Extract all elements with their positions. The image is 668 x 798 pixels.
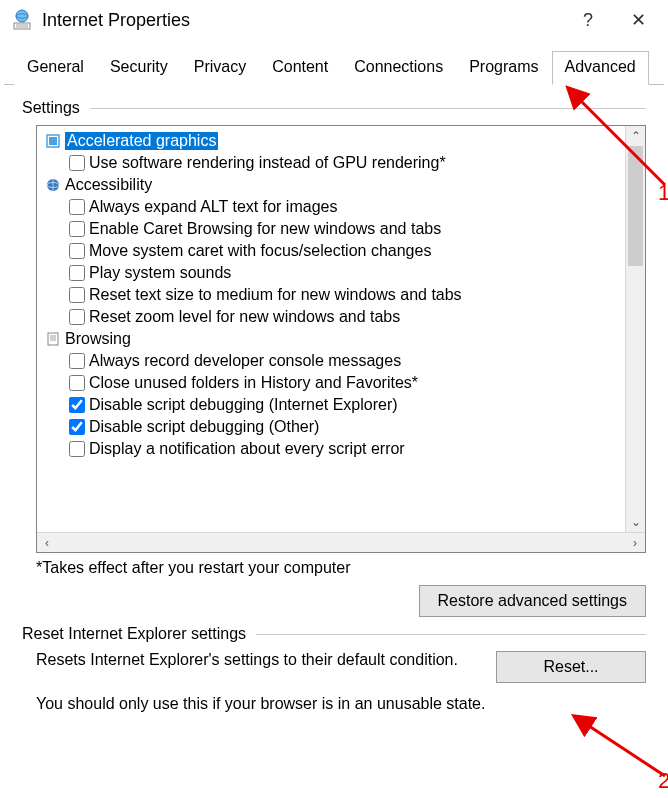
settings-group-header: Settings xyxy=(22,99,646,117)
tree-item[interactable]: Always expand ALT text for images xyxy=(41,196,621,218)
tree-item[interactable]: Close unused folders in History and Favo… xyxy=(41,372,621,394)
tree-item-label: Disable script debugging (Internet Explo… xyxy=(89,396,398,414)
settings-tree-content: Accelerated graphicsUse software renderi… xyxy=(37,126,625,532)
scroll-thumb[interactable] xyxy=(628,146,643,266)
tree-group-label: Browsing xyxy=(65,330,131,348)
tree-item-label: Play system sounds xyxy=(89,264,231,282)
tree-item-label: Close unused folders in History and Favo… xyxy=(89,374,418,392)
reset-group-header: Reset Internet Explorer settings xyxy=(22,625,646,643)
tab-general[interactable]: General xyxy=(14,51,97,85)
window-title: Internet Properties xyxy=(42,10,568,31)
help-button[interactable]: ? xyxy=(568,10,608,31)
tree-item[interactable]: Use software rendering instead of GPU re… xyxy=(41,152,621,174)
square-icon xyxy=(45,133,61,149)
tree-item[interactable]: Disable script debugging (Other) xyxy=(41,416,621,438)
advanced-panel: Settings Accelerated graphicsUse softwar… xyxy=(0,85,668,723)
tree-item-checkbox[interactable] xyxy=(69,375,85,391)
divider xyxy=(256,634,646,635)
tree-group[interactable]: Accelerated graphics xyxy=(41,130,621,152)
close-button[interactable]: ✕ xyxy=(618,9,658,31)
scroll-track[interactable] xyxy=(626,146,645,512)
restart-note: *Takes effect after you restart your com… xyxy=(36,559,646,577)
tree-item[interactable]: Enable Caret Browsing for new windows an… xyxy=(41,218,621,240)
globe-icon xyxy=(45,177,61,193)
titlebar: Internet Properties ? ✕ xyxy=(0,0,668,44)
tab-connections[interactable]: Connections xyxy=(341,51,456,85)
scroll-down-arrow[interactable]: ⌄ xyxy=(626,512,645,532)
tree-group-label: Accelerated graphics xyxy=(65,132,218,150)
tree-item-checkbox[interactable] xyxy=(69,287,85,303)
reset-warning: You should only use this if your browser… xyxy=(36,695,646,713)
page-icon xyxy=(45,331,61,347)
reset-description: Resets Internet Explorer's settings to t… xyxy=(36,651,496,669)
tree-item-checkbox[interactable] xyxy=(69,221,85,237)
svg-line-15 xyxy=(586,724,665,776)
tree-item[interactable]: Move system caret with focus/selection c… xyxy=(41,240,621,262)
annotation-label-1: 1 xyxy=(658,180,668,206)
tree-item-checkbox[interactable] xyxy=(69,353,85,369)
tree-group[interactable]: Browsing xyxy=(41,328,621,350)
horizontal-scrollbar[interactable]: ‹ › xyxy=(37,532,645,552)
tab-privacy[interactable]: Privacy xyxy=(181,51,259,85)
scroll-left-arrow[interactable]: ‹ xyxy=(37,533,57,552)
tree-item-checkbox[interactable] xyxy=(69,309,85,325)
tree-item[interactable]: Play system sounds xyxy=(41,262,621,284)
tab-programs[interactable]: Programs xyxy=(456,51,551,85)
tree-item-checkbox[interactable] xyxy=(69,419,85,435)
svg-point-0 xyxy=(16,10,28,22)
reset-row: Resets Internet Explorer's settings to t… xyxy=(36,651,646,683)
vertical-scrollbar[interactable]: ⌃ ⌄ xyxy=(625,126,645,532)
tree-item[interactable]: Disable script debugging (Internet Explo… xyxy=(41,394,621,416)
tab-strip: GeneralSecurityPrivacyContentConnections… xyxy=(4,50,664,85)
tree-item-checkbox[interactable] xyxy=(69,155,85,171)
annotation-label-2: 2 xyxy=(658,768,668,794)
scroll-track-h[interactable] xyxy=(57,533,625,552)
reset-group-title: Reset Internet Explorer settings xyxy=(22,625,246,643)
tree-item-label: Enable Caret Browsing for new windows an… xyxy=(89,220,441,238)
tree-item-label: Always record developer console messages xyxy=(89,352,401,370)
tree-item-checkbox[interactable] xyxy=(69,265,85,281)
tree-item-label: Use software rendering instead of GPU re… xyxy=(89,154,446,172)
tree-item-label: Reset zoom level for new windows and tab… xyxy=(89,308,400,326)
svg-rect-2 xyxy=(14,23,30,29)
tree-item-label: Reset text size to medium for new window… xyxy=(89,286,462,304)
scroll-right-arrow[interactable]: › xyxy=(625,533,645,552)
tab-content[interactable]: Content xyxy=(259,51,341,85)
scroll-up-arrow[interactable]: ⌃ xyxy=(626,126,645,146)
tab-advanced[interactable]: Advanced xyxy=(552,51,649,85)
settings-tree: Accelerated graphicsUse software renderi… xyxy=(36,125,646,553)
tree-item-checkbox[interactable] xyxy=(69,397,85,413)
tree-item-checkbox[interactable] xyxy=(69,199,85,215)
tree-group[interactable]: Accessibility xyxy=(41,174,621,196)
tree-item-label: Display a notification about every scrip… xyxy=(89,440,405,458)
reset-button[interactable]: Reset... xyxy=(496,651,646,683)
restore-advanced-button[interactable]: Restore advanced settings xyxy=(419,585,646,617)
tree-item[interactable]: Always record developer console messages xyxy=(41,350,621,372)
tree-item[interactable]: Display a notification about every scrip… xyxy=(41,438,621,460)
tree-group-label: Accessibility xyxy=(65,176,152,194)
app-icon xyxy=(10,8,34,32)
svg-rect-10 xyxy=(48,333,58,345)
tab-security[interactable]: Security xyxy=(97,51,181,85)
tree-item-label: Disable script debugging (Other) xyxy=(89,418,319,436)
tree-item-checkbox[interactable] xyxy=(69,441,85,457)
settings-group-title: Settings xyxy=(22,99,80,117)
svg-rect-6 xyxy=(49,137,57,145)
tree-item[interactable]: Reset text size to medium for new window… xyxy=(41,284,621,306)
tree-item-label: Move system caret with focus/selection c… xyxy=(89,242,431,260)
tree-item[interactable]: Reset zoom level for new windows and tab… xyxy=(41,306,621,328)
annotation-arrow-2 xyxy=(580,718,668,791)
divider xyxy=(90,108,646,109)
tree-item-label: Always expand ALT text for images xyxy=(89,198,337,216)
tree-item-checkbox[interactable] xyxy=(69,243,85,259)
